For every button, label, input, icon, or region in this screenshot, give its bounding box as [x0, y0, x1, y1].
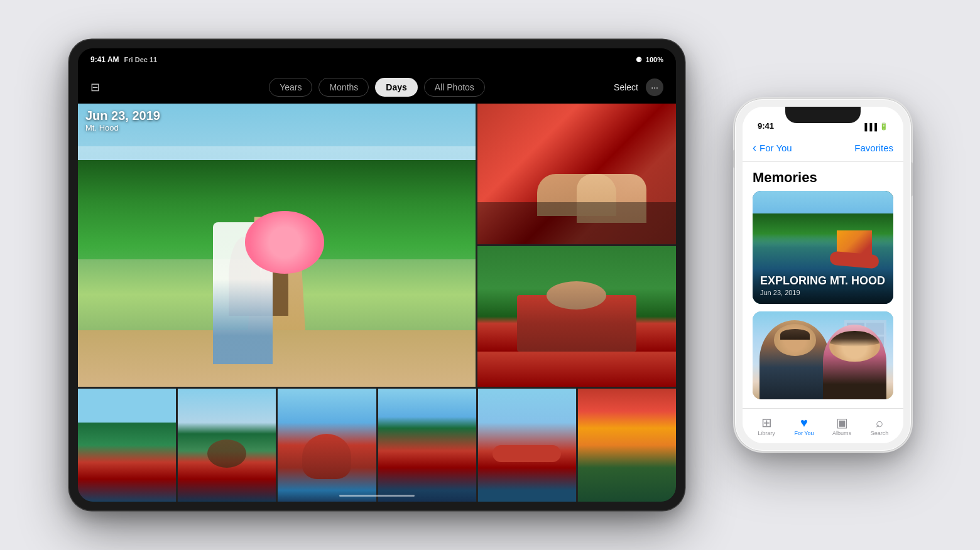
iphone-nav-bar: ‹ For You Favorites [743, 134, 903, 162]
canoe-forest-1 [78, 389, 176, 502]
nav-years-button[interactable]: Years [269, 78, 312, 97]
memory-card-1[interactable]: EXPLORING MT. HOOD Jun 23, 2019 [753, 191, 893, 304]
pink-balloon [245, 211, 325, 273]
person-silhouette-1 [207, 439, 246, 468]
main-scene: 9:41 AM Fri Dec 11 ⚈ 100% ⊟ Years Months [69, 40, 911, 510]
bottom-cell-3[interactable] [278, 389, 376, 502]
ipad-photo-grid: Jun 23, 2019 Mt. Hood [78, 104, 676, 502]
yellow-red-boat-6 [578, 389, 676, 502]
memory-card-title-1: EXPLORING MT. HOOD [760, 275, 886, 288]
ipad-nav-right: Select ··· [614, 78, 663, 96]
back-label: For You [760, 143, 792, 153]
iphone-content: Memories [743, 162, 903, 408]
face-shape [547, 281, 606, 310]
nav-days-button[interactable]: Days [375, 78, 417, 97]
red-sit-photo [278, 389, 376, 502]
boat-bottom [477, 352, 676, 387]
date-overlay: Jun 23, 2019 Mt. Hood [85, 109, 160, 132]
bottom-cell-1[interactable] [78, 389, 176, 502]
ipad-screen: 9:41 AM Fri Dec 11 ⚈ 100% ⊟ Years Months [78, 48, 676, 502]
ipad-time: 9:41 AM [90, 55, 119, 64]
red-fabric-bg [477, 104, 676, 244]
more-button[interactable]: ··· [646, 78, 663, 96]
selfie-person-right [823, 325, 886, 399]
face-right [829, 331, 880, 362]
canoe-people-2 [178, 389, 276, 502]
library-icon: ⊞ [761, 416, 772, 429]
red-person-bg [477, 246, 676, 387]
iphone-tab-bar: ⊞ Library ♥ For You ▣ Albums ⌕ Search [743, 408, 903, 443]
albums-icon: ▣ [836, 416, 848, 429]
bottom-strip [78, 389, 676, 502]
iphone-time: 9:41 [758, 121, 774, 131]
sidebar-toggle-icon[interactable]: ⊟ [90, 81, 100, 94]
memories-title: Memories [743, 162, 903, 191]
main-photo-cell[interactable]: Jun 23, 2019 Mt. Hood [78, 104, 476, 387]
signal-icon: ▐▐▐ [863, 123, 877, 131]
selfie-bg [753, 311, 893, 399]
bottom-cell-4[interactable] [378, 389, 476, 502]
tab-library[interactable]: ⊞ Library [749, 416, 783, 436]
search-icon: ⌕ [876, 416, 883, 429]
curly-hair-right [829, 331, 880, 347]
bottom-cell-2[interactable] [178, 389, 276, 502]
favorites-button[interactable]: Favorites [854, 143, 893, 153]
scroll-indicator [339, 495, 415, 497]
hair-left [780, 329, 810, 340]
ipad-status-bar: 9:41 AM Fri Dec 11 ⚈ 100% [78, 48, 676, 71]
tab-foryou[interactable]: ♥ For You [787, 416, 821, 436]
ground-layer [78, 330, 476, 387]
tab-albums-label: Albums [832, 430, 851, 436]
memory-card-overlay-1: EXPLORING MT. HOOD Jun 23, 2019 [753, 269, 893, 304]
ipad-status-left: 9:41 AM Fri Dec 11 [90, 55, 157, 64]
photo-location: Mt. Hood [85, 123, 160, 132]
lake-canoe-4 [378, 389, 476, 502]
wifi-icon-iphone: 🔋 [879, 122, 888, 131]
tab-albums[interactable]: ▣ Albums [825, 416, 859, 436]
ipad-nav-bar: ⊟ Years Months Days All Photos Select ··… [78, 71, 676, 104]
bottom-cell-5[interactable] [478, 389, 576, 502]
iphone-device: 9:41 ▐▐▐ 🔋 ‹ For You Favorites [735, 99, 911, 451]
memory-card-date-1: Jun 23, 2019 [760, 289, 886, 296]
tab-search[interactable]: ⌕ Search [863, 416, 896, 436]
iphone-screen: 9:41 ▐▐▐ 🔋 ‹ For You Favorites [743, 107, 903, 443]
iphone-status-icons: ▐▐▐ 🔋 [863, 122, 888, 131]
trail-photo [78, 104, 476, 387]
tab-library-label: Library [758, 430, 775, 436]
battery-icon: 100% [646, 56, 663, 63]
select-button[interactable]: Select [614, 82, 638, 92]
ipad-nav-left: ⊟ [90, 80, 100, 94]
selfie-person-left [760, 320, 830, 399]
tab-search-label: Search [871, 430, 889, 436]
iphone-notch [785, 107, 861, 123]
tab-foryou-label: For You [794, 430, 814, 436]
foryou-icon: ♥ [800, 416, 808, 429]
ipad-frame: 9:41 AM Fri Dec 11 ⚈ 100% ⊟ Years Months [69, 40, 685, 510]
ipad-status-icons: ⚈ 100% [636, 56, 663, 64]
red-person-boat-photo[interactable] [477, 246, 676, 387]
back-chevron-icon: ‹ [753, 141, 756, 154]
memory-card-2[interactable] [753, 311, 893, 399]
red-boat-far-5 [478, 389, 576, 502]
dark-metal [477, 202, 676, 244]
nav-months-button[interactable]: Months [318, 78, 369, 97]
boat-shape [493, 445, 561, 462]
ipad-date: Fri Dec 11 [124, 56, 158, 63]
photo-date: Jun 23, 2019 [85, 109, 160, 123]
wifi-icon: ⚈ [636, 56, 642, 64]
red-person-sitting [302, 434, 351, 479]
bottom-cell-6[interactable] [578, 389, 676, 502]
red-hands-photo[interactable] [477, 104, 676, 244]
face-left [774, 324, 816, 355]
ipad-device: 9:41 AM Fri Dec 11 ⚈ 100% ⊟ Years Months [69, 40, 685, 510]
back-button[interactable]: ‹ For You [753, 141, 792, 154]
iphone-frame: 9:41 ▐▐▐ 🔋 ‹ For You Favorites [735, 99, 911, 451]
right-column [477, 104, 676, 387]
nav-allphotos-button[interactable]: All Photos [424, 78, 485, 97]
